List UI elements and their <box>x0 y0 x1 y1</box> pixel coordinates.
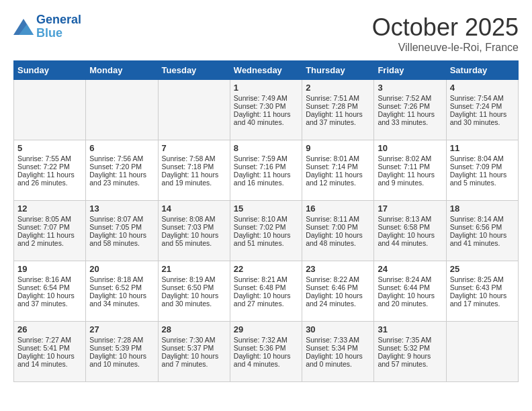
day-cell: 24Sunrise: 8:24 AMSunset: 6:44 PMDayligh… <box>374 261 446 322</box>
page-header: GeneralBlue October 2025 Villeneuve-le-R… <box>13 13 519 54</box>
day-info: Sunrise: 8:19 AM <box>162 275 226 283</box>
day-info: Sunset: 5:36 PM <box>234 344 298 352</box>
day-info: Sunrise: 7:51 AM <box>306 94 370 102</box>
day-number: 18 <box>450 203 515 214</box>
day-cell: 21Sunrise: 8:19 AMSunset: 6:50 PMDayligh… <box>158 261 230 322</box>
day-info: Sunset: 7:03 PM <box>162 223 226 231</box>
day-info: Sunset: 7:07 PM <box>17 223 82 231</box>
day-cell <box>14 80 86 140</box>
day-info: Sunset: 7:02 PM <box>234 223 298 231</box>
day-info: Sunrise: 8:05 AM <box>17 215 82 223</box>
day-info: Sunset: 6:54 PM <box>17 283 82 291</box>
week-row-1: 1Sunrise: 7:49 AMSunset: 7:30 PMDaylight… <box>14 80 519 140</box>
day-info: Sunrise: 8:22 AM <box>306 275 370 283</box>
day-info: Sunset: 6:56 PM <box>450 223 515 231</box>
day-number: 7 <box>162 143 226 153</box>
day-number: 28 <box>162 324 226 334</box>
day-number: 30 <box>306 324 370 334</box>
day-info: Daylight: 10 hours and 44 minutes. <box>378 231 442 247</box>
day-cell <box>86 80 158 140</box>
day-number: 3 <box>378 83 442 93</box>
day-info: Daylight: 11 hours and 26 minutes. <box>17 171 82 187</box>
day-info: Sunrise: 7:28 AM <box>89 336 154 344</box>
header-cell-wednesday: Wednesday <box>230 61 302 80</box>
day-cell: 18Sunrise: 8:14 AMSunset: 6:56 PMDayligh… <box>446 201 518 261</box>
day-info: Sunset: 7:20 PM <box>89 163 154 171</box>
day-info: Daylight: 10 hours and 51 minutes. <box>234 231 298 247</box>
day-info: Sunset: 7:22 PM <box>17 163 82 171</box>
day-info: Sunrise: 8:02 AM <box>378 154 442 163</box>
day-info: Daylight: 11 hours and 9 minutes. <box>378 171 442 187</box>
day-number: 9 <box>306 143 370 153</box>
day-number: 10 <box>378 143 442 153</box>
day-number: 25 <box>450 264 515 274</box>
day-info: Sunrise: 8:11 AM <box>306 215 370 223</box>
day-info: Daylight: 10 hours and 14 minutes. <box>17 352 82 368</box>
day-info: Sunrise: 7:27 AM <box>17 336 82 344</box>
day-number: 15 <box>234 203 298 214</box>
calendar-table: SundayMondayTuesdayWednesdayThursdayFrid… <box>13 60 519 382</box>
day-cell: 6Sunrise: 7:56 AMSunset: 7:20 PMDaylight… <box>86 140 158 201</box>
day-info: Sunset: 7:14 PM <box>306 163 370 171</box>
day-info: Daylight: 10 hours and 4 minutes. <box>234 352 298 368</box>
day-number: 21 <box>162 264 226 274</box>
day-info: Daylight: 10 hours and 0 minutes. <box>306 352 370 368</box>
header-cell-sunday: Sunday <box>14 61 86 80</box>
day-info: Sunset: 6:44 PM <box>378 283 442 291</box>
day-info: Daylight: 10 hours and 27 minutes. <box>234 291 298 308</box>
day-info: Sunset: 6:43 PM <box>450 283 515 291</box>
day-number: 13 <box>89 203 154 214</box>
day-cell: 11Sunrise: 8:04 AMSunset: 7:09 PMDayligh… <box>446 140 518 201</box>
day-info: Daylight: 10 hours and 48 minutes. <box>306 231 370 247</box>
day-info: Sunset: 6:46 PM <box>306 283 370 291</box>
day-cell: 25Sunrise: 8:25 AMSunset: 6:43 PMDayligh… <box>446 261 518 322</box>
day-cell: 10Sunrise: 8:02 AMSunset: 7:11 PMDayligh… <box>374 140 446 201</box>
day-number: 19 <box>17 264 82 274</box>
day-cell: 20Sunrise: 8:18 AMSunset: 6:52 PMDayligh… <box>86 261 158 322</box>
day-cell: 17Sunrise: 8:13 AMSunset: 6:58 PMDayligh… <box>374 201 446 261</box>
day-info: Sunrise: 8:07 AM <box>89 215 154 223</box>
day-number: 22 <box>234 264 298 274</box>
header-cell-monday: Monday <box>86 61 158 80</box>
day-info: Sunset: 6:48 PM <box>234 283 298 291</box>
day-cell: 16Sunrise: 8:11 AMSunset: 7:00 PMDayligh… <box>302 201 374 261</box>
logo-icon <box>13 19 34 35</box>
day-info: Sunrise: 7:35 AM <box>378 336 442 344</box>
day-number: 6 <box>89 143 154 153</box>
day-info: Daylight: 11 hours and 40 minutes. <box>234 110 298 126</box>
day-cell: 5Sunrise: 7:55 AMSunset: 7:22 PMDaylight… <box>14 140 86 201</box>
day-info: Sunrise: 8:25 AM <box>450 275 515 283</box>
day-info: Sunset: 7:28 PM <box>306 102 370 110</box>
day-info: Sunset: 6:52 PM <box>89 283 154 291</box>
day-info: Sunrise: 8:14 AM <box>450 215 515 223</box>
day-number: 4 <box>450 83 515 93</box>
day-number: 16 <box>306 203 370 214</box>
day-info: Sunset: 7:00 PM <box>306 223 370 231</box>
day-number: 8 <box>234 143 298 153</box>
day-info: Sunset: 7:16 PM <box>234 163 298 171</box>
day-cell: 28Sunrise: 7:30 AMSunset: 5:37 PMDayligh… <box>158 322 230 382</box>
day-number: 29 <box>234 324 298 334</box>
day-info: Sunrise: 8:21 AM <box>234 275 298 283</box>
header-row: SundayMondayTuesdayWednesdayThursdayFrid… <box>14 61 519 80</box>
day-number: 24 <box>378 264 442 274</box>
day-cell: 29Sunrise: 7:32 AMSunset: 5:36 PMDayligh… <box>230 322 302 382</box>
day-info: Daylight: 10 hours and 30 minutes. <box>162 291 226 308</box>
day-cell: 9Sunrise: 8:01 AMSunset: 7:14 PMDaylight… <box>302 140 374 201</box>
day-cell: 31Sunrise: 7:35 AMSunset: 5:32 PMDayligh… <box>374 322 446 382</box>
day-info: Daylight: 10 hours and 34 minutes. <box>89 291 154 308</box>
day-info: Sunset: 5:37 PM <box>162 344 226 352</box>
day-info: Daylight: 10 hours and 7 minutes. <box>162 352 226 368</box>
day-cell: 15Sunrise: 8:10 AMSunset: 7:02 PMDayligh… <box>230 201 302 261</box>
day-cell: 30Sunrise: 7:33 AMSunset: 5:34 PMDayligh… <box>302 322 374 382</box>
day-info: Daylight: 11 hours and 12 minutes. <box>306 171 370 187</box>
day-info: Sunrise: 8:04 AM <box>450 154 515 163</box>
day-number: 27 <box>89 324 154 334</box>
day-info: Sunset: 7:24 PM <box>450 102 515 110</box>
day-cell <box>158 80 230 140</box>
logo-text: GeneralBlue <box>36 13 81 40</box>
day-number: 14 <box>162 203 226 214</box>
day-info: Sunrise: 8:10 AM <box>234 215 298 223</box>
day-info: Daylight: 11 hours and 23 minutes. <box>89 171 154 187</box>
day-cell: 8Sunrise: 7:59 AMSunset: 7:16 PMDaylight… <box>230 140 302 201</box>
